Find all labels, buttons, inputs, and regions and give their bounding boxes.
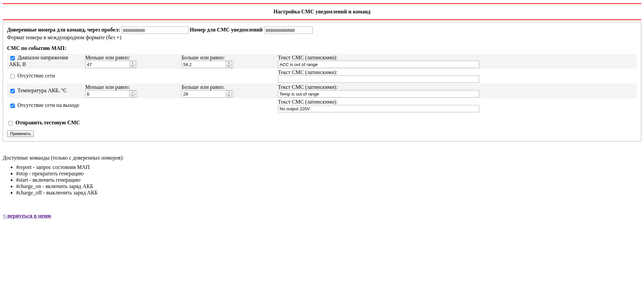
commands-section: Доступные команды (только с доверенных н… [3,155,641,196]
chevron-up-icon[interactable]: ▲ [226,91,232,95]
chevron-up-icon[interactable]: ▲ [130,91,135,95]
list-item: #charge_off - выключить заряд АКБ [16,190,641,196]
list-item: #start - включить генерацию [16,177,641,183]
table-row: Отсутствие сети на выходе Текст СМС (лат… [7,98,637,113]
temperature-le-input[interactable] [85,90,137,98]
temperature-sms-input[interactable] [278,90,479,98]
events-table: Диапазон напряжения АКБ, В Меньше или ра… [7,54,637,113]
row-label: Диапазон напряжения АКБ, В [9,55,68,67]
row-label: Отсутствие сети [17,73,55,78]
commands-header: Доступные команды (только с доверенных н… [3,155,641,161]
title-divider [3,19,641,20]
sms-label: Текст СМС (латинскими): [278,55,635,61]
list-item: #stop - прекратить генерацию [16,171,641,177]
top-divider [3,3,641,4]
voltage-range-checkbox[interactable] [10,56,15,60]
row-label: Температура АКБ, °C [17,87,67,93]
voltage-ge-input[interactable] [182,61,233,68]
no-output-checkbox[interactable] [10,104,15,108]
no-network-checkbox[interactable] [10,74,15,78]
format-note: Формат номера в международном формате (б… [7,35,637,41]
no-network-sms-input[interactable] [278,75,479,83]
row-label: Отсутствие сети на выходе [17,102,79,108]
chevron-down-icon[interactable]: ▼ [130,95,135,98]
sms-label: Текст СМС (латинскими): [278,84,635,90]
back-link[interactable]: <-вернуться в меню [3,213,51,219]
le-label: Меньше или равно: [85,84,178,90]
events-header: СМС по событию МАП: [7,45,637,51]
table-row: Диапазон напряжения АКБ, В Меньше или ра… [7,54,637,69]
ge-label: Больше или равно: [182,55,274,61]
spinner-buttons[interactable]: ▲▼ [130,61,136,68]
voltage-sms-input[interactable] [278,61,479,68]
list-item: #report - запрос состояния МАП [16,164,641,170]
table-row: Отсутствие сети Текст СМС (латинскими): [7,69,637,83]
sms-label: Текст СМС (латинскими): [278,99,635,105]
sms-label: Текст СМС (латинскими): [278,69,635,75]
apply-button[interactable]: Применить [7,130,34,137]
chevron-down-icon[interactable]: ▼ [226,65,232,68]
notify-number-input[interactable] [264,26,313,34]
spinner-buttons[interactable]: ▲▼ [226,91,232,98]
chevron-down-icon[interactable]: ▼ [130,65,135,68]
trusted-numbers-input[interactable] [121,26,189,34]
settings-panel: Доверенные номера для команд, через проб… [3,22,641,141]
chevron-up-icon[interactable]: ▲ [226,61,232,65]
voltage-le-input[interactable] [85,61,137,68]
notify-number-label: Номер для СМС уведомлений [190,27,263,33]
temperature-checkbox[interactable] [10,89,15,93]
no-output-sms-input[interactable] [278,105,479,112]
numbers-row: Доверенные номера для команд, через проб… [7,26,637,34]
ge-label: Больше или равно: [182,84,274,90]
trusted-numbers-label: Доверенные номера для команд, через проб… [7,27,120,33]
table-row: Температура АКБ, °C Меньше или равно: ▲▼… [7,83,637,98]
spinner-buttons[interactable]: ▲▼ [130,91,136,98]
chevron-up-icon[interactable]: ▲ [130,61,135,65]
temperature-ge-input[interactable] [182,90,233,98]
commands-list: #report - запрос состояния МАП #stop - п… [3,164,641,196]
page-title: Настройка СМС уведомлений и команд [3,9,641,15]
test-sms-label: Отправить тестовую СМС [15,120,80,125]
spinner-buttons[interactable]: ▲▼ [226,61,232,68]
list-item: #charge_on - включить заряд АКБ [16,183,641,189]
test-sms-checkbox[interactable] [8,121,13,125]
chevron-down-icon[interactable]: ▼ [226,95,232,98]
le-label: Меньше или равно: [85,55,178,61]
